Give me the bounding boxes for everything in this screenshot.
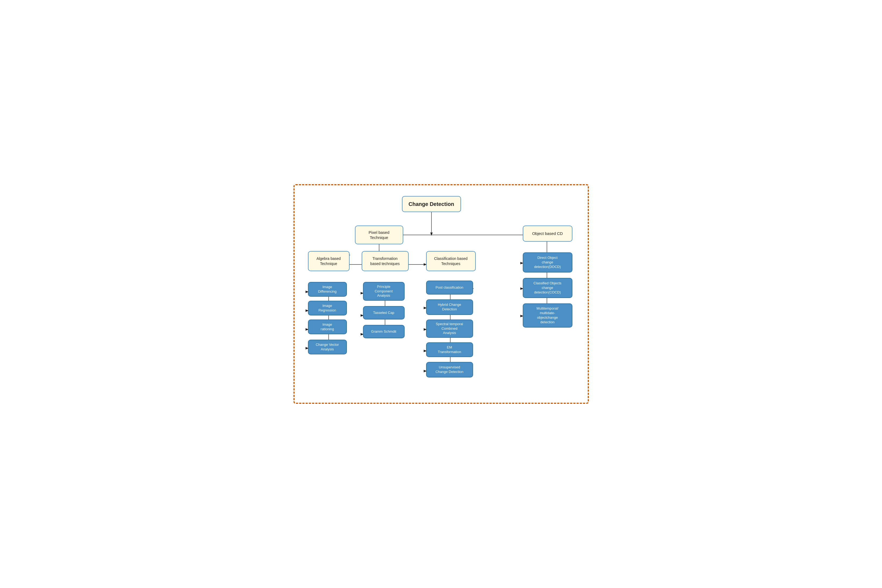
post-class-node: Post classification bbox=[426, 280, 473, 294]
transformation-node: Transformationbased techniques bbox=[362, 251, 409, 271]
algebra-node: Algebra basedTechnique bbox=[308, 251, 350, 271]
spectral-node: Spectral temporalCombinedAnalysis bbox=[426, 320, 473, 338]
cocd-node: Classified Objectschangedetection(COCD) bbox=[523, 278, 572, 298]
gramm-node: Gramm Schmdit bbox=[363, 325, 405, 338]
em-trans-node: EMTransformation bbox=[426, 342, 473, 357]
hybrid-node: Hybrid ChangeDetection bbox=[426, 299, 473, 315]
diagram-container: Change Detection Pixel basedTechnique Ob… bbox=[294, 184, 589, 404]
multitemp-node: Multitemporal/multidate-objectchangedete… bbox=[523, 303, 572, 327]
img-rat-node: Imagerationing bbox=[308, 320, 347, 334]
unsupervised-node: UnsupervisedChange Detection bbox=[426, 362, 473, 378]
object-node: Object based CD bbox=[523, 225, 572, 242]
img-reg-node: ImageRegression bbox=[308, 301, 347, 315]
classification-node: Classification basedTechniques bbox=[426, 251, 476, 271]
tasseled-node: Tasseled Cap bbox=[363, 306, 405, 320]
docd-node: Direct Objectchangedetection(DOCD) bbox=[523, 252, 572, 273]
pixel-node: Pixel basedTechnique bbox=[355, 225, 403, 244]
root-node: Change Detection bbox=[402, 196, 461, 212]
img-diff-node: ImageDifferencing bbox=[308, 282, 347, 297]
diagram: Change Detection Pixel basedTechnique Ob… bbox=[303, 194, 582, 394]
change-vec-node: Change VectorAnalysis bbox=[308, 340, 347, 354]
pca-node: PrincipleComponentAnalysis bbox=[363, 282, 405, 301]
